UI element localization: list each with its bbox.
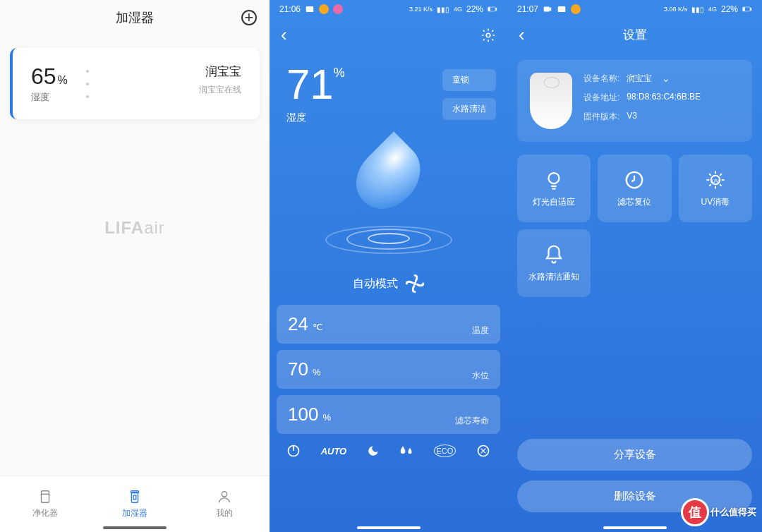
- back-button[interactable]: ‹: [281, 24, 287, 46]
- settings-grid: 灯光自适应 滤芯复位 UV UV消毒 水路清洁通知: [507, 155, 762, 297]
- child-lock-button[interactable]: 童锁: [442, 69, 496, 91]
- eco-mode-button[interactable]: ECO: [434, 445, 456, 457]
- watermark-text: 什么值得买: [710, 506, 756, 519]
- svg-rect-0: [41, 491, 49, 503]
- bulb-icon: [543, 169, 564, 191]
- status-time: 21:06: [279, 4, 301, 14]
- add-device-button[interactable]: +: [241, 10, 257, 25]
- device-detail-screen: 21:06 3.21 K/s ▮▮▯ 4G 22% ‹ 71% 湿度 童锁 水路…: [270, 0, 507, 532]
- device-status: 润宝宝在线: [103, 84, 241, 96]
- device-image: [530, 73, 572, 129]
- bell-icon: [543, 244, 564, 265]
- humidity-unit: %: [58, 74, 68, 86]
- tile-clean-notify[interactable]: 水路清洁通知: [517, 229, 591, 297]
- water-clean-button[interactable]: 水路清洁: [442, 98, 496, 120]
- battery-icon: [488, 4, 497, 14]
- auto-mode-button[interactable]: AUTO: [321, 446, 347, 457]
- battery-icon: [742, 4, 752, 14]
- tile-filter-reset[interactable]: 滤芯复位: [598, 155, 671, 222]
- svg-point-10: [486, 33, 490, 37]
- svg-rect-2: [131, 492, 138, 503]
- firmware-row: 固件版本: V3: [583, 111, 701, 123]
- device-name-row[interactable]: 设备名称: 润宝宝 ⌄: [583, 73, 701, 85]
- brand-logo: LIFAair: [0, 218, 270, 238]
- profile-icon: [217, 489, 232, 504]
- watermark: 值 什么值得买: [681, 498, 756, 526]
- droplet-animation: [270, 145, 507, 265]
- watermark-badge-icon: 值: [681, 498, 709, 526]
- uv-icon: UV: [705, 169, 726, 191]
- humidity-block: 65% 湿度: [31, 64, 68, 104]
- drag-handle-icon: [86, 64, 89, 104]
- ripple-icon: [325, 230, 452, 258]
- svg-point-5: [222, 492, 227, 497]
- humidity-value: 65: [31, 64, 56, 89]
- svg-rect-19: [743, 8, 744, 11]
- device-address-row: 设备地址: 98:D8:63:C4:6B:BE: [583, 92, 701, 104]
- svg-rect-16: [558, 6, 566, 12]
- settings-button[interactable]: [480, 28, 496, 43]
- battery-text: 22%: [466, 4, 483, 14]
- settings-header: ‹ 设置: [507, 18, 762, 52]
- settings-screen: 21:07 3.08 K/s ▮▮▯ 4G 22% ‹ 设置 设备名称: 润宝宝…: [507, 0, 762, 532]
- svg-rect-6: [306, 6, 314, 12]
- svg-rect-4: [133, 495, 136, 500]
- gallery-status-icon: [557, 4, 567, 14]
- status-time: 21:07: [517, 4, 538, 14]
- device-name: 润宝宝: [103, 64, 241, 80]
- detail-header: ‹: [270, 18, 507, 52]
- stat-temperature[interactable]: 24 ℃ 温度: [277, 305, 500, 344]
- purifier-icon: [37, 489, 53, 504]
- status-dot-icon: [571, 4, 581, 14]
- svg-rect-8: [496, 8, 497, 11]
- device-card[interactable]: 65% 湿度 润宝宝 润宝宝在线: [10, 48, 260, 119]
- stat-filter-life[interactable]: 100 % 滤芯寿命: [277, 395, 500, 434]
- tab-humidifier[interactable]: 加湿器: [90, 476, 179, 532]
- status-bar: 21:07 3.08 K/s ▮▮▯ 4G 22%: [507, 0, 762, 18]
- share-device-button[interactable]: 分享设备: [517, 439, 752, 471]
- signal-icon: ▮▮▯: [437, 6, 449, 13]
- tab-profile[interactable]: 我的: [180, 476, 270, 532]
- battery-text: 22%: [721, 4, 738, 14]
- status-dot-icon: [319, 4, 329, 14]
- nav-handle-icon: [103, 526, 167, 529]
- back-button[interactable]: ‹: [519, 24, 525, 46]
- night-mode-icon[interactable]: [367, 445, 380, 457]
- humidity-mode-icon[interactable]: [399, 445, 413, 457]
- signal-icon: ▮▮▯: [691, 6, 704, 13]
- mode-label: 自动模式: [353, 277, 398, 291]
- tab-purifier[interactable]: 净化器: [0, 476, 90, 532]
- svg-point-20: [549, 173, 560, 183]
- device-list-screen: 加湿器 + 65% 湿度 润宝宝 润宝宝在线 LIFAair 净化器 加湿器 我…: [0, 0, 270, 532]
- nav-handle-icon: [603, 526, 667, 529]
- stat-water-level[interactable]: 70 % 水位: [277, 350, 500, 389]
- humidifier-icon: [127, 489, 143, 504]
- svg-rect-15: [544, 7, 550, 12]
- stats-list: 24 ℃ 温度 70 % 水位 100 % 滤芯寿命: [270, 294, 507, 440]
- quick-actions: 童锁 水路清洁: [442, 69, 496, 120]
- page-title: 加湿器: [116, 9, 154, 26]
- record-status-icon: [543, 4, 552, 14]
- humidity-value: 71: [286, 61, 334, 108]
- bottom-nav: 净化器 加湿器 我的: [0, 476, 270, 532]
- svg-text:UV: UV: [712, 177, 719, 183]
- mode-display: 自动模式: [270, 274, 507, 294]
- status-dot-icon: [333, 4, 343, 14]
- water-drop-icon: [344, 131, 433, 221]
- gallery-status-icon: [305, 4, 315, 14]
- header: 加湿器 +: [0, 0, 270, 35]
- fan-icon: [405, 274, 425, 294]
- nav-handle-icon: [357, 526, 421, 529]
- status-bar: 21:06 3.21 K/s ▮▮▯ 4G 22%: [270, 0, 507, 18]
- power-icon[interactable]: [286, 444, 301, 458]
- cycle-mode-icon[interactable]: [476, 444, 490, 458]
- tile-light-adaptive[interactable]: 灯光自适应: [517, 155, 591, 222]
- page-title: 设置: [623, 27, 647, 43]
- chevron-down-icon: ⌄: [662, 73, 670, 85]
- reset-icon: [624, 169, 645, 191]
- humidity-unit: %: [334, 66, 345, 80]
- svg-point-11: [413, 282, 416, 286]
- humidity-label: 湿度: [31, 91, 68, 104]
- tile-uv-sterilize[interactable]: UV UV消毒: [679, 155, 752, 222]
- mode-bar: AUTO ECO: [270, 440, 507, 471]
